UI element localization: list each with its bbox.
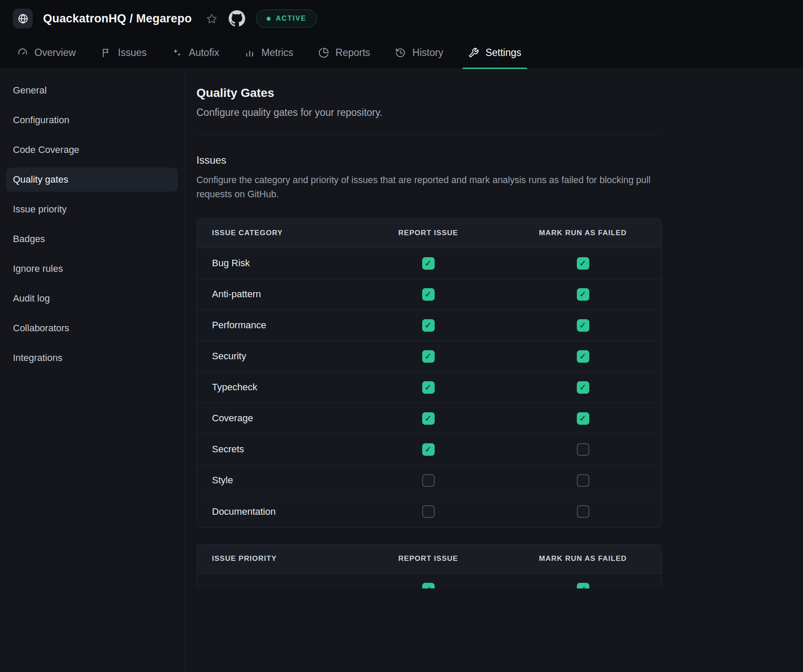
table-row: Secrets — [197, 434, 661, 465]
mark-failed-checkbox[interactable] — [577, 505, 589, 518]
mark-failed-checkbox[interactable] — [577, 412, 589, 425]
wrench-icon — [468, 47, 479, 58]
issues-section-heading: Issues — [196, 154, 803, 166]
flag-icon — [101, 47, 112, 58]
main-nav: Overview Issues Autofix Metrics Reports — [0, 37, 803, 69]
sidebar-item-collaborators[interactable]: Collaborators — [6, 316, 178, 340]
table-row — [197, 574, 661, 588]
app-window: QuackatronHQ / Megarepo ACTIVE Overview … — [0, 0, 803, 672]
bar-chart-icon — [244, 47, 255, 58]
gauge-icon — [17, 47, 28, 58]
topbar: QuackatronHQ / Megarepo ACTIVE — [0, 0, 803, 37]
sidebar-item-general[interactable]: General — [6, 78, 178, 103]
github-icon[interactable] — [228, 10, 246, 27]
report-issue-checkbox[interactable] — [422, 505, 435, 518]
page-subtitle: Configure quality gates for your reposit… — [196, 107, 803, 118]
mark-failed-checkbox[interactable] — [577, 319, 589, 332]
report-issue-checkbox[interactable] — [422, 319, 435, 332]
sparkles-icon — [171, 47, 182, 58]
tab-settings[interactable]: Settings — [468, 37, 521, 68]
tab-overview[interactable]: Overview — [17, 37, 76, 68]
report-issue-checkbox[interactable] — [422, 350, 435, 363]
table-row: Typecheck — [197, 372, 661, 403]
table-row: Security — [197, 341, 661, 372]
report-issue-checkbox[interactable] — [422, 257, 435, 270]
table-header-row: ISSUE CATEGORY REPORT ISSUE MARK RUN AS … — [197, 219, 661, 248]
report-issue-checkbox[interactable] — [422, 474, 435, 487]
mark-failed-checkbox[interactable] — [577, 350, 589, 363]
issue-category-table: ISSUE CATEGORY REPORT ISSUE MARK RUN AS … — [196, 218, 662, 528]
tab-metrics[interactable]: Metrics — [244, 37, 293, 68]
globe-icon[interactable] — [13, 9, 33, 28]
sidebar-item-configuration[interactable]: Configuration — [6, 108, 178, 132]
sidebar-item-badges[interactable]: Badges — [6, 227, 178, 251]
table-row: Anti-pattern — [197, 279, 661, 310]
status-badge-label: ACTIVE — [276, 15, 306, 22]
pie-chart-icon — [318, 47, 329, 58]
issue-priority-table: ISSUE PRIORITY REPORT ISSUE MARK RUN AS … — [196, 544, 662, 588]
tab-history[interactable]: History — [395, 37, 443, 68]
sidebar-item-code-coverage[interactable]: Code Coverage — [6, 138, 178, 162]
mark-failed-checkbox[interactable] — [577, 474, 589, 487]
mark-failed-checkbox[interactable] — [577, 288, 589, 301]
table-row: Performance — [197, 310, 661, 341]
tab-reports[interactable]: Reports — [318, 37, 370, 68]
mark-failed-checkbox[interactable] — [577, 583, 589, 588]
repo-title: QuackatronHQ / Megarepo — [43, 12, 192, 25]
sidebar-item-quality-gates[interactable]: Quality gates — [6, 168, 178, 192]
column-header-mark-run-as-failed: MARK RUN AS FAILED — [504, 554, 661, 563]
report-issue-checkbox[interactable] — [422, 288, 435, 301]
column-header-report-issue: REPORT ISSUE — [352, 554, 504, 563]
sidebar-item-ignore-rules[interactable]: Ignore rules — [6, 257, 178, 281]
table-row: Coverage — [197, 403, 661, 434]
sidebar-item-issue-priority[interactable]: Issue priority — [6, 197, 178, 221]
tab-autofix[interactable]: Autofix — [171, 37, 219, 68]
report-issue-checkbox[interactable] — [422, 381, 435, 394]
star-icon[interactable] — [205, 12, 218, 25]
table-header-row: ISSUE PRIORITY REPORT ISSUE MARK RUN AS … — [197, 544, 661, 574]
table-row: Bug Risk — [197, 248, 661, 279]
mark-failed-checkbox[interactable] — [577, 443, 589, 456]
settings-sidebar: General Configuration Code Coverage Qual… — [0, 69, 184, 672]
divider — [196, 134, 662, 134]
status-badge: ACTIVE — [256, 9, 317, 28]
report-issue-checkbox[interactable] — [422, 583, 435, 588]
sidebar-item-integrations[interactable]: Integrations — [6, 346, 178, 370]
sidebar-item-audit-log[interactable]: Audit log — [6, 286, 178, 311]
report-issue-checkbox[interactable] — [422, 412, 435, 425]
main-panel: Quality Gates Configure quality gates fo… — [184, 69, 803, 672]
mark-failed-checkbox[interactable] — [577, 381, 589, 394]
history-icon — [395, 47, 406, 58]
page-title: Quality Gates — [196, 86, 803, 100]
content-area: General Configuration Code Coverage Qual… — [0, 69, 803, 672]
column-header-issue-category: ISSUE CATEGORY — [197, 229, 352, 237]
clipped-row-region — [197, 574, 661, 588]
mark-failed-checkbox[interactable] — [577, 257, 589, 270]
column-header-issue-priority: ISSUE PRIORITY — [197, 554, 352, 563]
column-header-report-issue: REPORT ISSUE — [352, 229, 504, 237]
table-row: Documentation — [197, 496, 661, 527]
table-row: Style — [197, 465, 661, 496]
status-dot-icon — [267, 17, 271, 21]
report-issue-checkbox[interactable] — [422, 443, 435, 456]
tab-issues[interactable]: Issues — [101, 37, 146, 68]
issues-section-description: Configure the category and priority of i… — [196, 173, 662, 202]
column-header-mark-run-as-failed: MARK RUN AS FAILED — [504, 229, 661, 237]
